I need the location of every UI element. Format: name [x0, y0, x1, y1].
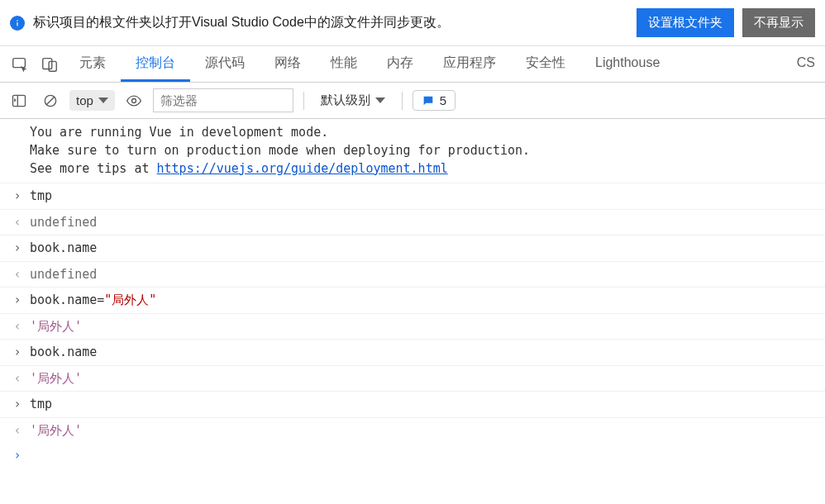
prompt-arrow-icon: ›: [12, 446, 23, 465]
output-arrow-icon: ‹: [12, 369, 23, 388]
input-arrow-icon: ›: [12, 343, 23, 362]
device-toggle-icon[interactable]: [35, 50, 64, 79]
svg-rect-1: [17, 22, 17, 26]
console-input-row: ›book.name="局外人": [0, 288, 825, 314]
output-arrow-icon: ‹: [12, 421, 23, 440]
console-input-row: ›book.name: [0, 235, 825, 262]
inspect-element-icon[interactable]: [5, 50, 35, 79]
entry-content: '局外人': [30, 317, 820, 336]
entry-content: undefined: [30, 213, 820, 232]
tab-network[interactable]: 网络: [260, 46, 316, 82]
console-body: You are running Vue in development mode.…: [0, 119, 825, 468]
chevron-down-icon: [375, 97, 385, 103]
issues-count: 5: [440, 93, 446, 107]
info-icon: [10, 16, 25, 31]
log-level-dropdown[interactable]: 默认级别: [314, 89, 392, 112]
tab-console[interactable]: 控制台: [121, 46, 190, 82]
console-input-row: ›book.name: [0, 340, 825, 366]
console-entries: ›tmp‹undefined›book.name‹undefined›book.…: [0, 183, 825, 443]
context-label: top: [76, 93, 93, 107]
devtools-tabs: 元素 控制台 源代码 网络 性能 内存 应用程序 安全性 Lighthouse …: [0, 46, 825, 83]
input-arrow-icon: ›: [12, 291, 23, 310]
deployment-link[interactable]: https://vuejs.org/guide/deployment.html: [157, 161, 448, 176]
entry-content: '局外人': [30, 421, 820, 440]
console-prompt-row[interactable]: ›: [0, 443, 825, 468]
output-arrow-icon: ‹: [12, 213, 23, 232]
set-root-folder-button[interactable]: 设置根文件夹: [637, 8, 734, 37]
clear-console-icon[interactable]: [38, 88, 63, 113]
svg-point-7: [131, 98, 136, 102]
tab-sources[interactable]: 源代码: [190, 46, 260, 82]
tab-lighthouse[interactable]: Lighthouse: [580, 46, 675, 82]
console-toolbar: top 默认级别 5: [0, 83, 825, 119]
msg-line-2: Make sure to turn on production mode whe…: [30, 143, 530, 158]
context-dropdown[interactable]: top: [69, 90, 115, 111]
entry-content: book.name="局外人": [30, 291, 820, 310]
entry-content: '局外人': [30, 369, 820, 388]
entry-content: tmp: [30, 187, 820, 206]
issues-pill[interactable]: 5: [412, 90, 455, 111]
infobar: 标识项目的根文件夹以打开Visual Studio Code中的源文件并同步更改…: [0, 0, 825, 46]
tab-performance[interactable]: 性能: [316, 46, 372, 82]
console-message: You are running Vue in development mode.…: [0, 119, 825, 183]
console-input-row: ›tmp: [0, 183, 825, 210]
console-output-row: ‹undefined: [0, 210, 825, 236]
console-input-row: ›tmp: [0, 392, 825, 418]
tab-security[interactable]: 安全性: [511, 46, 580, 82]
console-output-row: ‹'局外人': [0, 314, 825, 340]
dismiss-button[interactable]: 不再显示: [742, 8, 815, 37]
entry-content: book.name: [30, 343, 820, 362]
console-output-row: ‹'局外人': [0, 366, 825, 392]
output-arrow-icon: ‹: [12, 317, 23, 336]
svg-point-0: [17, 20, 18, 21]
input-arrow-icon: ›: [12, 187, 23, 206]
issues-icon: [422, 94, 435, 107]
svg-rect-4: [49, 61, 56, 71]
level-label: 默认级别: [321, 93, 370, 108]
tab-elements[interactable]: 元素: [64, 46, 121, 82]
tab-overflow[interactable]: CS: [792, 46, 820, 82]
chevron-down-icon: [98, 97, 108, 103]
svg-rect-3: [43, 58, 52, 69]
separator: [303, 92, 304, 110]
entry-content: undefined: [30, 265, 820, 284]
live-expression-icon[interactable]: [122, 88, 146, 113]
msg-line-1: You are running Vue in development mode.: [30, 125, 328, 140]
entry-content: tmp: [30, 395, 820, 414]
separator: [402, 92, 403, 110]
msg-line-3-prefix: See more tips at: [30, 161, 157, 176]
entry-content: book.name: [30, 239, 820, 258]
input-arrow-icon: ›: [12, 395, 23, 414]
infobar-text: 标识项目的根文件夹以打开Visual Studio Code中的源文件并同步更改…: [33, 14, 628, 31]
svg-rect-2: [13, 58, 26, 67]
tab-memory[interactable]: 内存: [372, 46, 428, 82]
input-arrow-icon: ›: [12, 239, 23, 258]
tab-application[interactable]: 应用程序: [428, 46, 511, 82]
filter-input[interactable]: [153, 88, 293, 112]
output-arrow-icon: ‹: [12, 265, 23, 284]
console-output-row: ‹undefined: [0, 262, 825, 288]
toggle-sidebar-icon[interactable]: [7, 88, 31, 113]
console-output-row: ‹'局外人': [0, 418, 825, 444]
